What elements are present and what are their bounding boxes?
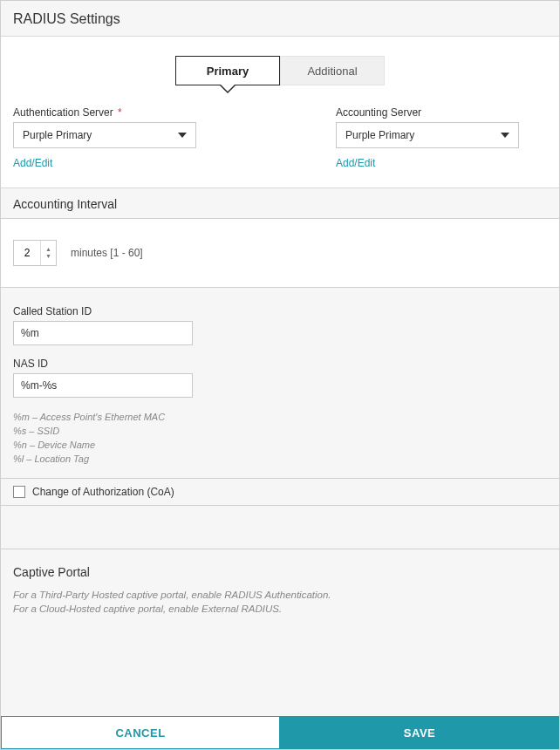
interval-input[interactable]	[14, 247, 40, 259]
coa-row: Change of Authorization (CoA)	[1, 478, 559, 506]
chevron-down-icon	[178, 133, 187, 138]
stepper-controls[interactable]: ▲ ▼	[40, 241, 56, 265]
tabs-panel: Primary Additional Authentication Server…	[1, 37, 559, 188]
step-down-icon[interactable]: ▼	[45, 253, 51, 260]
cancel-button[interactable]: CANCEL	[1, 716, 280, 749]
button-bar: CANCEL SAVE	[1, 716, 559, 749]
captive-portal-section: Captive Portal For a Third-Party Hosted …	[1, 549, 559, 716]
acct-server-select[interactable]: Purple Primary	[336, 122, 519, 148]
legend-line: %l – Location Tag	[13, 452, 547, 466]
legend-line: %s – SSID	[13, 424, 547, 438]
placeholder-legend: %m – Access Point's Ethernet MAC %s – SS…	[13, 410, 547, 466]
acct-server-label: Accounting Server	[336, 106, 554, 119]
auth-server-column: Authentication Server * Purple Primary A…	[13, 106, 231, 170]
called-station-input[interactable]	[13, 321, 193, 345]
nas-id-input[interactable]	[13, 373, 193, 398]
captive-portal-desc: For a Third-Party Hosted captive portal,…	[13, 588, 547, 616]
legend-line: %m – Access Point's Ethernet MAC	[13, 410, 547, 424]
tab-row: Primary Additional	[11, 56, 549, 85]
step-up-icon[interactable]: ▲	[45, 246, 51, 253]
coa-label: Change of Authorization (CoA)	[32, 486, 174, 498]
tab-primary[interactable]: Primary	[175, 56, 280, 85]
auth-server-value: Purple Primary	[23, 129, 92, 141]
captive-portal-title: Captive Portal	[13, 565, 547, 579]
spacer	[1, 506, 559, 549]
interval-unit-label: minutes [1 - 60]	[71, 247, 143, 259]
portal-desc-line: For a Cloud-Hosted captive portal, enabl…	[13, 602, 547, 616]
page-title: RADIUS Settings	[1, 1, 559, 37]
ids-section: Called Station ID NAS ID %m – Access Poi…	[1, 288, 559, 478]
auth-server-label-text: Authentication Server	[13, 106, 113, 119]
server-row: Authentication Server * Purple Primary A…	[11, 106, 549, 170]
coa-checkbox[interactable]	[13, 486, 25, 498]
accounting-interval-header: Accounting Interval	[1, 188, 559, 219]
auth-server-add-edit-link[interactable]: Add/Edit	[13, 157, 52, 169]
called-station-label: Called Station ID	[13, 305, 547, 317]
tab-additional[interactable]: Additional	[280, 56, 385, 85]
required-indicator: *	[118, 106, 122, 119]
portal-desc-line: For a Third-Party Hosted captive portal,…	[13, 588, 547, 602]
interval-stepper[interactable]: ▲ ▼	[13, 240, 57, 266]
nas-id-label: NAS ID	[13, 358, 547, 370]
auth-server-select[interactable]: Purple Primary	[13, 122, 196, 148]
acct-server-column: Accounting Server Purple Primary Add/Edi…	[336, 106, 554, 170]
acct-server-value: Purple Primary	[345, 129, 414, 141]
save-button[interactable]: SAVE	[280, 716, 559, 749]
auth-server-label: Authentication Server *	[13, 106, 231, 119]
accounting-interval-body: ▲ ▼ minutes [1 - 60]	[1, 219, 559, 288]
chevron-down-icon	[501, 133, 509, 138]
acct-server-add-edit-link[interactable]: Add/Edit	[336, 157, 375, 169]
legend-line: %n – Device Name	[13, 438, 547, 452]
